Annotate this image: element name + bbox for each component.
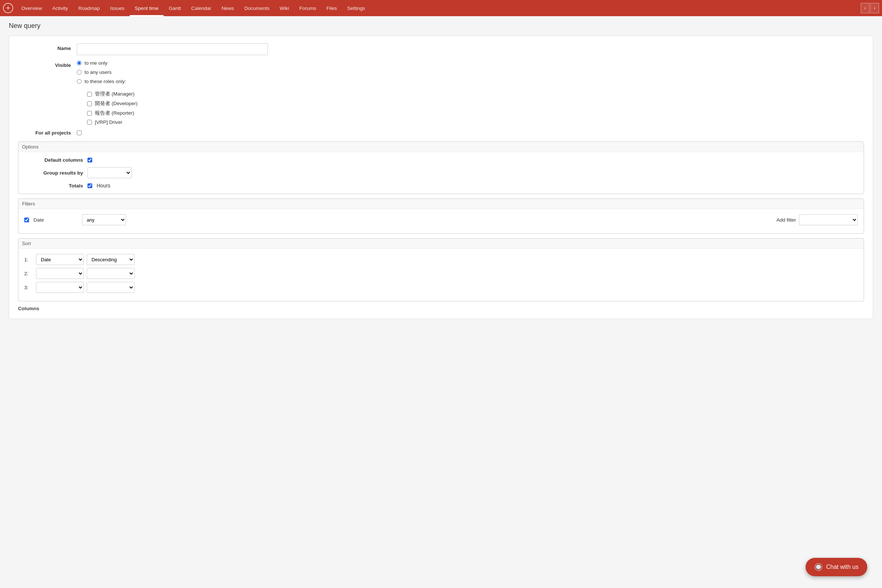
role-vrp-driver-checkbox[interactable] (87, 120, 92, 124)
sort-direction-1[interactable]: Ascending Descending (87, 254, 135, 265)
nav-item-spent-time[interactable]: Spent time (130, 0, 164, 16)
date-filter-label: Date (33, 217, 78, 223)
hours-checkbox[interactable] (87, 183, 92, 188)
visible-option-me-label: to me only (84, 60, 107, 66)
sort-index-1: 1: (24, 257, 33, 262)
add-filter-group: Add filter (777, 214, 858, 225)
for-all-projects-checkbox[interactable] (77, 130, 82, 135)
sort-direction-3[interactable]: Ascending Descending (87, 282, 135, 293)
page-title: New query (9, 22, 873, 30)
visible-label: Visible (18, 60, 77, 68)
filters-section: Filters Date any today this week last we… (18, 198, 864, 234)
visible-radio-roles[interactable] (77, 79, 82, 84)
role-manager-label: 管理者 (Manager) (95, 91, 135, 98)
role-vrp-driver[interactable]: [VRP] Driver (87, 119, 864, 125)
visible-radio-any[interactable] (77, 70, 82, 75)
sort-row-1: 1: Date Activity Comment Hours Issue Pro… (24, 254, 858, 265)
name-field-content (77, 44, 864, 55)
visible-option-roles-label: to these roles only: (84, 79, 126, 84)
nav-item-roadmap[interactable]: Roadmap (73, 0, 105, 16)
visible-option-me[interactable]: to me only (77, 60, 864, 66)
sort-section-title: Sort (18, 238, 864, 249)
plus-button[interactable]: + (3, 3, 13, 13)
nav-next-arrow[interactable]: › (870, 3, 879, 13)
role-developer-checkbox[interactable] (87, 101, 92, 106)
nav-prev-arrow[interactable]: ‹ (861, 3, 870, 13)
for-all-projects-row: For all projects (18, 130, 864, 136)
role-developer[interactable]: 開発者 (Developer) (87, 100, 864, 107)
group-results-row: Group results by (24, 167, 858, 178)
visible-field-content: to me only to any users to these roles o… (77, 60, 864, 125)
default-columns-row: Default columns (24, 157, 858, 163)
role-manager-checkbox[interactable] (87, 92, 92, 97)
default-columns-label: Default columns (24, 157, 83, 163)
date-filter-row: Date any today this week last week this … (24, 214, 858, 225)
form-card: Name Visible to me only to any users (9, 36, 873, 319)
nav-item-files[interactable]: Files (321, 0, 342, 16)
roles-list: 管理者 (Manager) 開発者 (Developer) 報告者 (Repor… (87, 91, 864, 125)
for-all-projects-label: For all projects (18, 130, 77, 136)
nav-item-overview[interactable]: Overview (16, 0, 47, 16)
sort-direction-2[interactable]: Ascending Descending (87, 268, 135, 279)
nav-item-calendar[interactable]: Calendar (186, 0, 216, 16)
default-columns-checkbox[interactable] (87, 158, 92, 162)
visible-option-any-label: to any users (84, 69, 112, 75)
nav-item-forums[interactable]: Forums (294, 0, 322, 16)
columns-title: Columns (18, 306, 864, 311)
nav-item-activity[interactable]: Activity (47, 0, 73, 16)
name-input[interactable] (77, 44, 268, 55)
filters-section-title: Filters (18, 199, 864, 209)
visible-option-roles[interactable]: to these roles only: (77, 79, 864, 84)
sort-section: Sort 1: Date Activity Comment Hours Issu… (18, 238, 864, 302)
role-vrp-driver-label: [VRP] Driver (95, 119, 122, 125)
nav-items: Overview Activity Roadmap Issues Spent t… (16, 0, 861, 16)
sort-field-2[interactable]: Date Activity Hours (36, 268, 84, 279)
nav-item-settings[interactable]: Settings (342, 0, 370, 16)
hours-label: Hours (97, 183, 110, 189)
visible-radio-me[interactable] (77, 61, 82, 65)
date-filter-checkbox[interactable] (24, 218, 29, 222)
options-section-title: Options (18, 142, 864, 152)
add-filter-select[interactable] (799, 214, 858, 225)
nav-item-wiki[interactable]: Wiki (274, 0, 294, 16)
role-reporter-checkbox[interactable] (87, 111, 92, 116)
sort-index-2: 2: (24, 271, 33, 276)
nav-item-issues[interactable]: Issues (105, 0, 130, 16)
add-filter-label: Add filter (777, 217, 796, 223)
date-filter-select[interactable]: any today this week last week this month (82, 214, 126, 225)
role-developer-label: 開発者 (Developer) (95, 100, 138, 107)
sort-row-2: 2: Date Activity Hours Ascending Descend… (24, 268, 858, 279)
sort-index-3: 3: (24, 285, 33, 290)
role-manager[interactable]: 管理者 (Manager) (87, 91, 864, 98)
nav-item-documents[interactable]: Documents (239, 0, 274, 16)
name-label: Name (18, 44, 77, 51)
filters-section-body: Date any today this week last week this … (18, 209, 864, 233)
totals-row: Totals Hours (24, 183, 858, 189)
visible-option-any[interactable]: to any users (77, 69, 864, 75)
name-field-row: Name (18, 44, 864, 55)
sort-row-3: 3: Date Activity Hours Ascending Descend… (24, 282, 858, 293)
page-content: New query Name Visible to me only (0, 16, 882, 325)
visible-radio-group: to me only to any users to these roles o… (77, 60, 864, 125)
options-section: Options Default columns Group results by… (18, 141, 864, 194)
role-reporter[interactable]: 報告者 (Reporter) (87, 110, 864, 117)
sort-field-1[interactable]: Date Activity Comment Hours Issue Projec… (36, 254, 84, 265)
options-section-body: Default columns Group results by Totals … (18, 152, 864, 194)
role-reporter-label: 報告者 (Reporter) (95, 110, 134, 117)
nav-arrows: ‹ › (861, 3, 879, 13)
visible-field-row: Visible to me only to any users to these… (18, 60, 864, 125)
top-navigation: + Overview Activity Roadmap Issues Spent… (0, 0, 882, 16)
group-results-select[interactable] (87, 167, 132, 178)
sort-section-body: 1: Date Activity Comment Hours Issue Pro… (18, 249, 864, 301)
totals-label: Totals (24, 183, 83, 189)
group-results-label: Group results by (24, 170, 83, 176)
sort-field-3[interactable]: Date Activity Hours (36, 282, 84, 293)
nav-item-gantt[interactable]: Gantt (164, 0, 186, 16)
nav-item-news[interactable]: News (216, 0, 239, 16)
